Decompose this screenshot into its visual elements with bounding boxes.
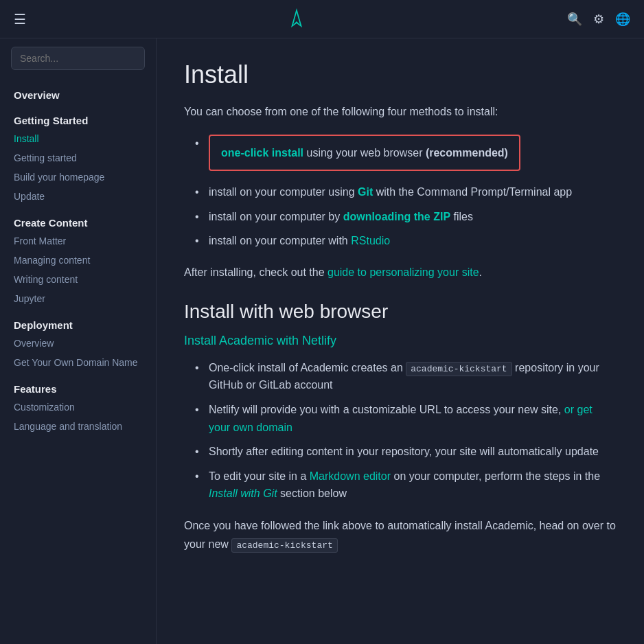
sidebar: Overview Getting Started Install Getting… [0,38,157,644]
browser-bullet2: Netlify will provide you with a customiz… [195,401,617,436]
method4-item: install on your computer with RStudio [195,232,617,250]
bullet4-mid: on your computer, perform the steps in t… [391,470,600,482]
sidebar-item-jupyter[interactable]: Jupyter [0,289,156,308]
sidebar-item-deployment-overview[interactable]: Overview [0,334,156,353]
bullet1-pre: One-click install of Academic creates an [209,362,406,373]
install-with-git-link[interactable]: Install with Git [209,487,277,499]
sidebar-section-features[interactable]: Features [0,378,156,398]
bullet4-post: section below [277,487,347,499]
globe-icon[interactable]: 🌐 [615,12,630,27]
method4-pre: install on your computer with [209,235,351,246]
main-content: Install You can choose from one of the f… [157,38,644,644]
sidebar-item-language-translation[interactable]: Language and translation [0,417,156,436]
settings-icon[interactable]: ⚙ [593,12,604,27]
browser-bullet3: Shortly after editing content in your re… [195,443,617,461]
method1-rest: using your web browser [303,147,426,159]
netlify-link[interactable]: Install Academic with Netlify [184,334,617,348]
bullet4-pre: To edit your site in a [209,470,310,482]
header-right: 🔍 ⚙ 🌐 [567,12,630,27]
method1-paren: (recommended) [426,147,508,159]
sidebar-item-writing-content[interactable]: Writing content [0,270,156,289]
guide-link[interactable]: guide to personalizing your site [327,266,479,278]
sidebar-item-build-homepage[interactable]: Build your homepage [0,168,156,187]
sidebar-item-front-matter[interactable]: Front Matter [0,231,156,251]
bullet2-pre: Netlify will provide you with a customiz… [209,404,564,415]
sidebar-section-create-content[interactable]: Create Content [0,211,156,231]
sidebar-section-overview[interactable]: Overview [0,84,156,104]
one-click-link[interactable]: one-click install [221,147,303,159]
method1-item: one-click install using your web browser… [195,135,617,177]
page-title: Install [184,60,617,89]
once-text: Once you have followed the link above to… [184,516,617,553]
markdown-editor-link[interactable]: Markdown editor [310,470,391,482]
rstudio-link[interactable]: RStudio [351,235,390,246]
method3-pre: install on your computer by [209,211,343,222]
browser-bullet4: To edit your site in a Markdown editor o… [195,468,617,503]
search-input[interactable] [11,47,145,70]
sidebar-scroll: Overview Getting Started Install Getting… [0,78,156,644]
method2-pre: install on your computer using [209,186,358,198]
academic-kickstart-code: academic-kickstart [406,362,511,376]
once-code: academic-kickstart [231,538,337,553]
sidebar-item-get-domain[interactable]: Get Your Own Domain Name [0,353,156,372]
sidebar-section-deployment[interactable]: Deployment [0,314,156,334]
intro-text: You can choose from one of the following… [184,103,617,121]
section2-title: Install with web browser [184,301,617,323]
zip-link[interactable]: downloading the ZIP [343,211,450,222]
after-install-post: . [479,266,482,278]
method1-highlight: one-click install using your web browser… [209,135,520,172]
header-left: ☰ [14,11,26,27]
method2-post: with the Command Prompt/Terminal app [373,186,572,198]
body-layout: Overview Getting Started Install Getting… [0,38,644,644]
browser-bullet1: One-click install of Academic creates an… [195,359,617,394]
sidebar-item-install[interactable]: Install [0,129,156,148]
git-link[interactable]: Git [358,186,373,198]
method2-item: install on your computer using Git with … [195,183,617,201]
sidebar-item-customization[interactable]: Customization [0,398,156,417]
search-container [0,38,156,78]
header: ☰ 🔍 ⚙ 🌐 [0,0,644,38]
search-icon[interactable]: 🔍 [567,12,582,27]
sidebar-item-update[interactable]: Update [0,187,156,206]
hamburger-icon[interactable]: ☰ [14,11,26,27]
sidebar-item-getting-started[interactable]: Getting started [0,148,156,168]
after-install-text: After installing, check out the guide to… [184,264,617,281]
method3-post: files [450,211,473,222]
install-methods-list: one-click install using your web browser… [195,135,617,250]
sidebar-item-managing-content[interactable]: Managing content [0,251,156,270]
browser-install-list: One-click install of Academic creates an… [195,359,617,503]
sidebar-section-getting-started[interactable]: Getting Started [0,109,156,129]
after-install-pre: After installing, check out the [184,266,327,278]
method3-item: install on your computer by downloading … [195,208,617,226]
logo[interactable] [283,5,310,33]
